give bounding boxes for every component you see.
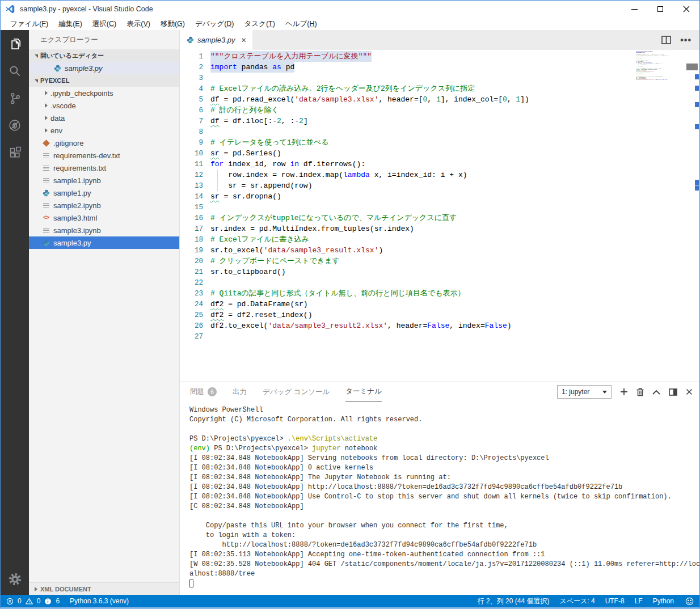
code-editor[interactable]: 1"""クロステーブルを入力用テーブルに変換"""2import pandas … [180,50,699,382]
xml-document-section-header[interactable]: XML DOCUMENT [29,582,179,595]
indentation-status[interactable]: スペース: 4 [559,597,594,606]
tree-item-sample2-ipynb[interactable]: sample2.ipynb [29,199,179,212]
kill-terminal-button[interactable] [636,388,644,396]
more-actions-button[interactable]: ••• [680,35,691,45]
code-line: 8 [180,126,699,137]
debug-icon [7,118,22,133]
panel-position-button[interactable] [669,388,677,396]
menu-item-v[interactable]: 表示(V) [121,18,155,30]
problems-status[interactable]: 006 [6,597,60,605]
source-control-activity-button[interactable] [1,84,29,112]
terminal-output[interactable]: Windows PowerShellCopyright (C) Microsof… [180,401,699,595]
tree-item-requirements-txt[interactable]: requirements.txt [29,162,179,174]
editor-group: sample3.py ✕ ••• 1"""クロステーブルを入力用テーブルに変換"… [180,30,699,595]
maximize-panel-button[interactable] [652,390,660,395]
new-terminal-button[interactable] [620,388,628,396]
code-line: 3 [180,73,699,83]
eol-status[interactable]: LF [635,597,643,606]
menu-item-h[interactable]: ヘルプ(H) [280,18,322,30]
feedback-smiley-button[interactable] [685,597,694,606]
line-number: 3 [180,74,203,82]
code-token: 1 [516,95,520,104]
open-editors-section-header[interactable]: 開いているエディター [29,49,179,62]
code-line: 27 [180,331,699,342]
gear-icon [8,572,22,586]
panel-tab-item[interactable]: 出力 [233,382,247,401]
project-section-header[interactable]: PYEXCEL [29,74,179,87]
tree-item-env[interactable]: env [29,124,179,137]
search-activity-button[interactable] [1,57,29,84]
debug-activity-button[interactable] [1,112,29,139]
split-editor-button[interactable] [661,36,671,44]
explorer-activity-button[interactable] [1,30,29,57]
tree-item-sample1-ipynb[interactable]: sample1.ipynb [29,174,179,187]
line-number: 1 [180,53,203,61]
code-token: = df2.reset_index() [224,311,312,319]
line-number: 6 [180,107,203,115]
file-label: sample1.py [53,189,91,197]
close-panel-button[interactable] [686,388,693,395]
close-button[interactable] [673,1,699,18]
search-icon [7,64,22,78]
tab-close-icon[interactable]: ✕ [241,36,246,44]
code-token: pandas [237,63,272,71]
code-token: x, i=index_id: i + x) [370,171,467,179]
tree-item-sample1-py[interactable]: sample1.py [29,187,179,199]
tree-item--vscode[interactable]: .vscode [29,99,179,112]
encoding-status[interactable]: UTF-8 [605,597,625,606]
tree-item-requirements-dev-txt[interactable]: requirements-dev.txt [29,149,179,162]
code-tokens: # クリップボードにペーストできます [210,256,340,267]
language-mode-status[interactable]: Python [653,597,674,606]
panel-tab-item[interactable]: 問題6 [190,382,217,401]
code-line: 7df = df.iloc[:-2, :-2] [180,116,699,126]
line-number: 22 [180,279,203,287]
maximize-button[interactable] [647,1,673,18]
trash-icon [636,388,644,396]
terminal-text: jupyter [312,445,340,452]
menu-bar: ファイル(F)編集(E)選択(C)表示(V)移動(G)デバッグ(D)タスク(T)… [1,18,699,30]
close-icon [683,6,690,12]
tree-item--gitignore[interactable]: .gitignore [29,137,179,149]
code-token: ) [378,246,383,255]
line-number: 2 [180,64,203,71]
line-number: 11 [180,160,203,168]
menu-item-f[interactable]: ファイル(F) [5,18,53,30]
open-editor-item[interactable]: sample3.py [29,62,179,74]
extensions-activity-button[interactable] [1,139,29,166]
menu-item-d[interactable]: デバッグ(D) [190,18,239,30]
menu-item-t[interactable]: タスク(T) [239,18,280,30]
chevron-up-icon [652,390,660,395]
tab-sample3-py[interactable]: sample3.py ✕ [180,30,252,50]
panel-tab-terminal[interactable]: ターミナル [345,382,382,401]
minimap[interactable]: 1"""クロステーブルを入力用テーブルに変換"""2import pandas … [636,51,686,119]
code-token: # Qiitaの記事と同じ形式（タイトル無し、前の行と同じ項目名でも表示） [210,289,465,298]
line-number: 12 [180,171,203,179]
code-token: , header= [387,322,427,330]
panel-tab-item[interactable]: デバッグ コンソール [263,382,330,401]
settings-gear-button[interactable] [1,563,29,595]
code-line: 12 row.index = row.index.map(lambda x, i… [180,170,699,180]
tree-item-data[interactable]: data [29,112,179,124]
terminal-line: Copyright (C) Microsoft Corporation. All… [189,415,699,425]
code-line: 17sr.index = pd.MultiIndex.from_tuples(s… [180,223,699,234]
minimize-button[interactable] [621,1,647,18]
activity-bar [1,30,29,595]
code-token: # インデックスがtuppleになっているので、マルチインデックスに直す [210,214,457,222]
menu-item-e[interactable]: 編集(E) [53,18,87,30]
code-line: 4# Excelファイルの読み込み。2行をヘッダー及び2列をインデックス列に指定 [180,83,699,94]
code-tokens [210,126,215,137]
cursor-position-status[interactable]: 行 2、列 20 (44 個選択) [478,597,550,606]
code-token: df [210,117,220,125]
tree-item-sample3-html[interactable]: <>sample3.html [29,212,179,224]
menu-item-c[interactable]: 選択(C) [87,18,121,30]
terminal-text: [I 08:02:34.848 NotebookApp] 0 active ke… [189,464,373,472]
python-interpreter-status[interactable]: Python 3.6.3 (venv) [70,597,129,605]
tree-item-sample3-py[interactable]: sample3.py [29,236,179,249]
tree-item--ipynb-checkpoints[interactable]: .ipynb_checkpoints [29,87,179,99]
code-tokens: # Qiitaの記事と同じ形式（タイトル無し、前の行と同じ項目名でも表示） [210,288,465,299]
terminal-select[interactable]: 1: jupyter [557,385,612,399]
tree-item-sample3-ipynb[interactable]: sample3.ipynb [29,224,179,236]
title-bar: sample3.py - pyexcel - Visual Studio Cod… [1,1,699,18]
menu-item-g[interactable]: 移動(G) [155,18,190,30]
code-token: # クリップボードにペーストできます [210,257,340,265]
